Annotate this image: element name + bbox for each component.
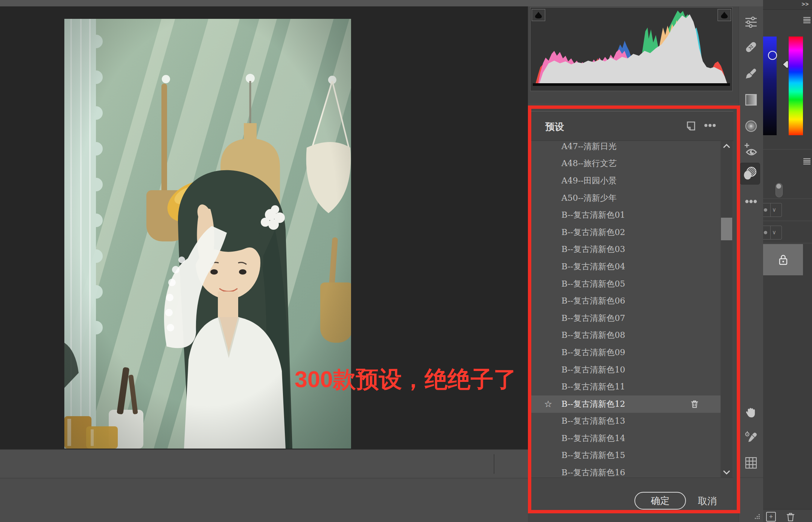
- collapse-panel-icon[interactable]: >>: [801, 1, 809, 7]
- color-field-cursor[interactable]: [768, 51, 777, 60]
- preset-label: B--复古清新色01: [561, 209, 625, 221]
- hand-tool[interactable]: [743, 404, 759, 421]
- camera-raw-window: 300款预设，绝绝子了: [0, 0, 812, 522]
- preset-row[interactable]: B--复古清新色09: [531, 344, 721, 361]
- preset-label: B--复古清新色06: [561, 295, 625, 307]
- presets-title: 预设: [545, 121, 564, 133]
- dropdown-2[interactable]: ∨: [763, 226, 782, 240]
- preset-row[interactable]: B--复古清新色13: [531, 413, 721, 430]
- preset-row[interactable]: B--复古清新色05: [531, 275, 721, 293]
- color-panel-header: >>: [763, 0, 812, 10]
- lock-icon: [777, 253, 789, 267]
- preset-label: B--复古清新色11: [561, 381, 625, 392]
- grid-overlay-tool[interactable]: [743, 455, 759, 471]
- preset-row[interactable]: A48--旅行文艺: [531, 155, 721, 172]
- preset-row[interactable]: B--复古清新色08: [531, 327, 721, 344]
- add-icon[interactable]: +: [766, 512, 776, 522]
- presets-menu-icon[interactable]: [704, 123, 716, 128]
- ok-button[interactable]: 确定: [634, 492, 686, 510]
- preset-label: B--复古清新色15: [561, 450, 625, 461]
- preset-label: B--复古清新色10: [561, 364, 625, 375]
- footer-divider: [494, 454, 494, 474]
- star-icon[interactable]: ☆: [544, 399, 552, 409]
- chevron-down-icon: ∨: [772, 229, 776, 236]
- new-preset-icon[interactable]: [685, 121, 696, 131]
- histogram: [530, 7, 733, 91]
- preset-row[interactable]: B--复古清新色16: [531, 464, 721, 478]
- preset-label: B--复古清新色05: [561, 278, 625, 290]
- preset-label: A48--旅行文艺: [561, 158, 617, 169]
- radial-gradient-tool[interactable]: [743, 118, 759, 134]
- preview-footer-bar: [0, 449, 528, 478]
- tool-column-seam: [739, 478, 763, 478]
- preset-row[interactable]: ☆ B--复古清新色12: [531, 395, 721, 413]
- preset-label: A49--田园小景: [561, 175, 617, 186]
- preset-row[interactable]: B--复古清新色06: [531, 292, 721, 310]
- preset-label: B--复古清新色07: [561, 313, 625, 324]
- preset-label: A50--清新少年: [561, 192, 617, 204]
- preset-row[interactable]: B--复古清新色15: [531, 447, 721, 464]
- chevron-down-icon: ∨: [772, 206, 776, 213]
- preset-label: A47--清新日光: [561, 141, 617, 152]
- preset-row[interactable]: B--复古清新色14: [531, 430, 721, 447]
- color-field[interactable]: [763, 37, 777, 135]
- lock-tile[interactable]: [763, 244, 803, 275]
- scrollbar-thumb[interactable]: [721, 218, 732, 240]
- edit-sliders-tool[interactable]: [743, 14, 759, 31]
- annotation-caption: 300款预设，绝绝子了: [295, 367, 517, 392]
- preset-row[interactable]: B--复古清新色11: [531, 378, 721, 395]
- presets-header: 预设: [530, 111, 733, 140]
- preset-row[interactable]: B--复古清新色10: [531, 361, 721, 379]
- scroll-down-icon[interactable]: [722, 469, 731, 475]
- preset-label: B--复古清新色16: [561, 467, 625, 478]
- hue-strip[interactable]: [789, 37, 803, 135]
- preset-label: B--复古清新色03: [561, 244, 625, 255]
- panel-seam: [528, 104, 739, 104]
- toggle-switch[interactable]: [776, 183, 783, 197]
- preset-label: B--复古清新色09: [561, 347, 625, 358]
- trash-icon[interactable]: [785, 511, 796, 522]
- preset-list: A47--清新日光 A48--旅行文艺 A49--田园小景 A50--清新少年 …: [531, 141, 733, 478]
- preset-label: B--复古清新色14: [561, 433, 625, 444]
- preset-row[interactable]: A50--清新少年: [531, 189, 721, 207]
- more-tools-icon[interactable]: [743, 193, 759, 210]
- shadow-clipping-indicator[interactable]: [532, 9, 545, 21]
- preset-scrollbar[interactable]: [721, 141, 733, 478]
- white-balance-eyedropper-tool[interactable]: [743, 429, 759, 446]
- preset-row[interactable]: B--复古清新色04: [531, 258, 721, 275]
- color-panel-footer: +: [763, 509, 812, 522]
- scroll-up-icon[interactable]: [722, 143, 731, 149]
- preset-row[interactable]: A49--田园小景: [531, 172, 721, 189]
- resize-grip-dots: [755, 514, 761, 520]
- panel-menu-icon[interactable]: [803, 17, 810, 23]
- preset-label: B--复古清新色04: [561, 261, 625, 272]
- healing-tool[interactable]: [743, 39, 759, 55]
- preset-label: B--复古清新色08: [561, 330, 625, 341]
- trash-icon[interactable]: [690, 399, 699, 409]
- preset-label: B--复古清新色02: [561, 227, 625, 238]
- preset-rows: A47--清新日光 A48--旅行文艺 A49--田园小景 A50--清新少年 …: [531, 141, 733, 478]
- preset-row[interactable]: B--复古清新色01: [531, 206, 721, 224]
- title-bar: [0, 0, 763, 7]
- dialog-footer: 确定 取消: [530, 478, 733, 511]
- brush-tool[interactable]: [743, 66, 759, 82]
- histogram-plot: [531, 8, 732, 90]
- tool-column: [739, 6, 763, 522]
- image-canvas[interactable]: 300款预设，绝绝子了: [0, 6, 528, 449]
- color-panel-column: >> ∨ ∨ +: [763, 0, 812, 522]
- cancel-button[interactable]: 取消: [698, 495, 717, 507]
- preset-label: B--复古清新色12: [561, 398, 625, 410]
- red-eye-tool[interactable]: [743, 141, 759, 158]
- preset-row[interactable]: A47--清新日光: [531, 141, 721, 155]
- dropdown-1[interactable]: ∨: [763, 203, 782, 217]
- right-panel: 预设 A47--清新日光 A48--旅行文艺 A49--田园小景 A50--清新…: [528, 6, 739, 522]
- preset-label: B--复古清新色13: [561, 415, 625, 427]
- preset-row[interactable]: B--复古清新色07: [531, 310, 721, 327]
- preset-row[interactable]: B--复古清新色03: [531, 241, 721, 258]
- highlight-clipping-indicator[interactable]: [718, 9, 731, 21]
- presets-tool-active[interactable]: [740, 163, 760, 185]
- preset-row[interactable]: B--复古清新色02: [531, 224, 721, 241]
- linear-gradient-tool[interactable]: [743, 92, 759, 108]
- hue-slider-handle[interactable]: [781, 60, 789, 69]
- panel-menu-icon-2[interactable]: [803, 158, 810, 165]
